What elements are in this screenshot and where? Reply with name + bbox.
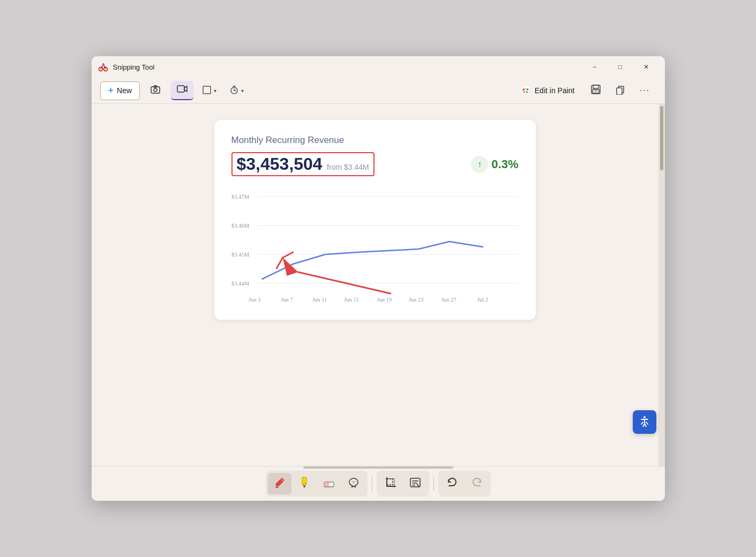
svg-rect-5 (151, 87, 160, 93)
app-window: Snipping Tool − □ ✕ + New (92, 56, 665, 501)
edit-paint-label: Edit in Paint (535, 86, 575, 95)
shape-dropdown-button[interactable]: ▾ (198, 83, 221, 99)
svg-point-59 (353, 481, 355, 483)
text-tool-icon (409, 476, 422, 492)
shape-chevron-icon: ▾ (214, 88, 216, 94)
metric-value: $3,453,504 (237, 154, 323, 174)
svg-marker-38 (282, 258, 298, 276)
eraser-icon (323, 476, 335, 492)
pen-tool-icon (273, 476, 286, 492)
save-button[interactable] (585, 81, 607, 100)
svg-text:Jun 3: Jun 3 (248, 296, 260, 303)
svg-rect-28 (617, 88, 622, 95)
shape-icon (202, 85, 212, 96)
svg-line-50 (641, 422, 643, 424)
camera-icon (150, 84, 161, 97)
tool-separator-2 (433, 476, 434, 491)
svg-point-6 (154, 88, 157, 92)
edit-in-paint-button[interactable]: Edit in Paint (512, 81, 582, 100)
svg-text:Jun 11: Jun 11 (312, 296, 326, 303)
svg-text:Jul 2: Jul 2 (477, 296, 488, 303)
undo-button[interactable] (440, 473, 464, 494)
accessibility-icon (639, 415, 650, 430)
svg-point-17 (522, 88, 525, 91)
svg-rect-8 (177, 86, 184, 92)
pen-tool-button[interactable] (268, 473, 291, 494)
svg-rect-26 (594, 90, 597, 92)
timer-dropdown-button[interactable]: ▾ (225, 83, 248, 99)
text-tool-button[interactable] (403, 473, 427, 494)
snipping-tool-icon (98, 62, 109, 72)
svg-point-22 (527, 90, 530, 93)
metric-pct: 0.3% (491, 157, 518, 171)
tool-separator-1 (372, 476, 372, 491)
content-area: Monthly Recurring Revenue $3,453,504 fro… (92, 104, 658, 466)
scrollbar-thumb[interactable] (660, 106, 663, 170)
svg-point-18 (525, 88, 527, 90)
highlighter-icon (298, 476, 311, 492)
title-bar: Snipping Tool − □ ✕ (92, 56, 665, 78)
maximize-button[interactable]: □ (608, 58, 633, 76)
svg-text:$3.44M: $3.44M (231, 280, 249, 287)
svg-text:Jun 7: Jun 7 (281, 296, 293, 303)
new-button[interactable]: + New (100, 81, 140, 100)
scrollbar[interactable] (658, 104, 665, 466)
new-label: New (117, 86, 132, 95)
horizontal-scrollbar[interactable] (303, 466, 453, 469)
accessibility-button[interactable] (633, 410, 656, 434)
red-arrow-annotation (276, 252, 390, 293)
toolbar-right: Edit in Paint (512, 81, 656, 100)
metric-row: $3,453,504 from $3.44M ↑ 0.3% (231, 152, 519, 176)
highlighter-tool-button[interactable] (293, 473, 316, 494)
svg-text:Jun 19: Jun 19 (377, 296, 392, 303)
svg-line-37 (298, 272, 390, 293)
drawing-tools-group (266, 471, 368, 496)
close-button[interactable]: ✕ (634, 58, 658, 76)
svg-point-21 (523, 91, 525, 93)
undo-redo-group (438, 471, 491, 496)
chart-area: $3.47M $3.46M $3.45M $3.44M (231, 189, 519, 307)
eraser-tool-button[interactable] (317, 473, 341, 494)
redo-button[interactable] (465, 473, 489, 494)
trend-up-icon: ↑ (471, 156, 488, 173)
metric-badge: ↑ 0.3% (471, 156, 518, 173)
svg-marker-55 (303, 486, 305, 488)
chart-card: Monthly Recurring Revenue $3,453,504 fro… (214, 120, 536, 320)
timer-chevron-icon: ▾ (241, 88, 244, 94)
svg-text:Jun 27: Jun 27 (441, 296, 456, 303)
main-content: Monthly Recurring Revenue $3,453,504 fro… (92, 104, 665, 466)
title-left: Snipping Tool (98, 62, 155, 72)
svg-line-39 (282, 252, 293, 258)
svg-rect-52 (275, 487, 279, 488)
svg-text:Jun 23: Jun 23 (408, 296, 423, 303)
save-icon (590, 84, 601, 97)
svg-text:$3.45M: $3.45M (231, 251, 249, 258)
svg-rect-57 (324, 482, 328, 487)
copy-icon (615, 84, 626, 97)
svg-point-4 (102, 63, 104, 65)
lasso-icon (347, 476, 360, 492)
metric-value-wrapper: $3,453,504 from $3.44M (231, 152, 375, 176)
svg-rect-60 (387, 479, 393, 485)
svg-rect-9 (203, 86, 211, 94)
crop-text-tools-group (377, 471, 429, 496)
video-icon (176, 83, 188, 97)
plus-icon: + (108, 85, 114, 96)
svg-point-49 (643, 416, 646, 418)
copy-button[interactable] (609, 81, 632, 100)
more-icon: ··· (640, 86, 650, 95)
svg-text:$3.47M: $3.47M (231, 193, 249, 200)
metric-from: from $3.44M (327, 163, 369, 171)
video-button[interactable] (171, 81, 193, 100)
redo-icon (471, 477, 483, 491)
crop-tool-button[interactable] (379, 473, 402, 494)
svg-line-65 (417, 484, 419, 487)
more-button[interactable]: ··· (634, 81, 656, 100)
minimize-button[interactable]: − (582, 58, 607, 76)
crop-icon (384, 476, 397, 492)
lasso-tool-button[interactable] (342, 473, 365, 494)
camera-button[interactable] (144, 81, 167, 100)
app-title: Snipping Tool (113, 63, 155, 71)
svg-rect-24 (593, 85, 598, 88)
svg-rect-54 (303, 484, 305, 486)
